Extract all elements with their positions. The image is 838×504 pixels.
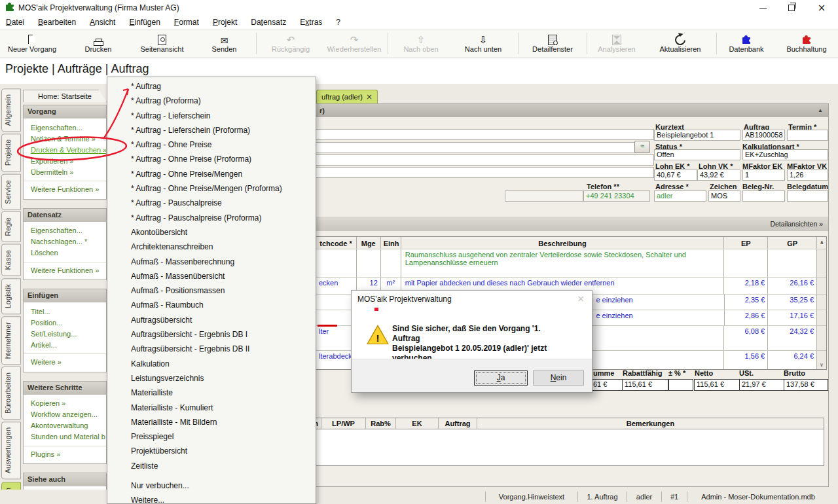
kurztext-field[interactable]: Beispielangebot 1 (654, 130, 740, 141)
context-menu-item[interactable]: Aufmaß - Raumbuch (107, 298, 316, 312)
context-menu-item[interactable]: Architektenanschreiben (107, 240, 316, 254)
status-hinweistext[interactable]: Vorgang.Hinweistext (485, 492, 577, 502)
ja-button[interactable]: Ja (474, 370, 528, 386)
menu-bearbeiten[interactable]: Bearbeiten (32, 18, 84, 27)
sidebar-item-weitere-funktionen[interactable]: Weitere Funktionen » (24, 181, 106, 195)
lohn-ek-field[interactable]: 40,67 € (654, 170, 697, 181)
sidebar-item-exportieren[interactable]: Exportieren » (24, 155, 106, 166)
table-row[interactable]: Raumanschluss ausgehend von zentraler Ve… (296, 249, 826, 278)
sidebar-item-uebermitteln[interactable]: Übermitteln » (24, 166, 106, 177)
sidebar-item-workflow[interactable]: Workflow anzeigen... (24, 409, 106, 420)
detailfenster-button[interactable]: Detailfenster (521, 31, 584, 56)
tab-close-icon[interactable]: × (366, 92, 373, 101)
col-gp[interactable]: GP (768, 237, 817, 249)
nach-unten-button[interactable]: ⇩ Nach unten (452, 31, 515, 56)
document-tab[interactable]: uftrag (adler) × (316, 90, 378, 103)
termin-field[interactable] (787, 130, 828, 141)
context-menu-item[interactable]: Leistungsverzeichnis (107, 371, 316, 386)
sidebar-item-akontoverwaltung[interactable]: Akontoverwaltung (24, 420, 106, 431)
context-menu-item[interactable]: * Auftrag - Pauschalpreise (107, 196, 316, 210)
sidebar-item-kopieren[interactable]: Kopieren » (24, 398, 106, 409)
lohn-vk-field[interactable]: 43,92 € (697, 170, 740, 181)
workspace-tab[interactable]: Projekte (1, 134, 21, 171)
context-menu-item[interactable]: Auftragsübersicht - Ergebnis DB II (107, 342, 316, 356)
col-ep[interactable]: EP (724, 237, 768, 249)
buchhaltung-button[interactable]: Buchhaltung (776, 31, 837, 56)
workspace-tab[interactable]: Kasse (1, 244, 21, 276)
mfaktor-vk-field[interactable]: 1,26 (787, 170, 828, 181)
datenbank-button[interactable]: Datenbank (720, 31, 773, 56)
sidebar-item-drucken-verbuchen[interactable]: Drucken & Verbuchen » (24, 144, 106, 155)
context-menu-item[interactable]: Aufmaß - Massenberechnung (107, 255, 316, 269)
sidebar-item-set-leistung[interactable]: Set/Leistung... (24, 328, 106, 339)
sidebar-item-artikel[interactable]: Artikel... (24, 339, 106, 350)
menu-hilfe[interactable]: ? (330, 18, 348, 27)
context-menu-item[interactable]: * Auftrag - Ohne Preise/Mengen (Proforma… (107, 181, 316, 196)
telefon-field[interactable]: +49 241 23304 (583, 190, 650, 202)
context-menu-item[interactable]: * Auftrag - Lieferschein (Proforma) (107, 123, 316, 137)
dialog-close-icon[interactable]: × (577, 293, 585, 304)
restore-button[interactable] (780, 0, 803, 16)
workspace-tab[interactable]: hternehmer (1, 316, 21, 365)
context-menu-item[interactable]: Aufmaß - Positionsmassen (107, 283, 316, 298)
col-einh[interactable]: Einh (381, 237, 401, 249)
context-menu-item[interactable]: * Auftrag (107, 79, 316, 94)
col-mge[interactable]: Mge (357, 237, 381, 249)
menu-einfuegen[interactable]: Einfügen (123, 18, 168, 27)
sidebar-item-loeschen[interactable]: Löschen (24, 247, 106, 259)
workspace-tab[interactable]: Allgemein (1, 88, 21, 132)
context-menu-item[interactable]: Projektübersicht (107, 444, 316, 458)
input-row-2[interactable] (295, 142, 638, 153)
minimize-button[interactable] (752, 0, 774, 16)
col-bemerkungen[interactable]: Bemerkungen (477, 418, 824, 429)
kalkulationsart-field[interactable]: EK+Zuschlag (742, 149, 828, 160)
input-row-1[interactable] (295, 129, 654, 140)
mfaktor-ek-field[interactable]: 1 (742, 170, 785, 181)
context-menu-item[interactable]: * Auftrag (Proforma) (107, 94, 316, 108)
context-menu-item[interactable]: Materialliste (107, 386, 316, 400)
beleg-nr-field[interactable] (742, 190, 785, 202)
sidebar-item-plugins[interactable]: Plugins » (24, 446, 106, 460)
status-field[interactable]: Offen (654, 149, 740, 160)
sidebar-item-position[interactable]: Position... (24, 317, 106, 328)
sidebar-item-weitere[interactable]: Weitere » (24, 353, 106, 368)
workspace-tab[interactable]: Logistik (1, 278, 21, 314)
col-ek[interactable]: EK (396, 418, 439, 429)
close-button[interactable]: × (811, 0, 833, 16)
drucken-button[interactable]: Drucken (69, 31, 128, 56)
context-menu-item[interactable]: Materialliste - Kumuliert (107, 401, 316, 415)
context-menu-item[interactable]: * Auftrag - Pauschalpreise (Proforma) (107, 211, 316, 225)
context-menu-item[interactable]: Kalkulation (107, 357, 316, 371)
zeichen-field[interactable]: MOS (708, 190, 740, 202)
pct-value[interactable] (668, 379, 693, 391)
sidebar-item-titel[interactable]: Titel... (24, 306, 106, 317)
menu-ansicht[interactable]: Ansicht (84, 18, 123, 27)
home-tab[interactable]: Home: Startseite (23, 90, 107, 102)
sidebar-item-eigenschaften[interactable]: Eigenschaften... (24, 122, 106, 133)
menu-projekt[interactable]: Projekt (207, 18, 245, 27)
scrollbar-up[interactable]: ∧ (817, 237, 826, 249)
menu-extras[interactable]: Extras (294, 18, 330, 27)
input-row-3[interactable] (295, 154, 654, 166)
context-menu-item[interactable]: Materialliste - Mit Bildern (107, 415, 316, 429)
context-menu-item[interactable]: Weitere... (107, 493, 316, 504)
context-menu-item[interactable]: Akontoübersicht (107, 225, 316, 240)
menu-datensatz[interactable]: Datensatz (245, 18, 294, 27)
col-lpwp[interactable]: LP/WP (321, 418, 366, 429)
adresse-field[interactable]: adler (654, 190, 706, 202)
workspace-tab[interactable]: Büroarbeiten (1, 367, 21, 420)
col-beschreibung[interactable]: Beschreibung (401, 237, 725, 249)
context-menu-item[interactable]: * Auftrag - Ohne Preise/Mengen (107, 167, 316, 181)
sidebar-item-notizen-termine[interactable]: Notizen & Termine » (24, 133, 106, 144)
col-auftrag[interactable]: Auftrag (439, 418, 477, 429)
workspace-tab[interactable]: Service (1, 174, 21, 210)
menu-format[interactable]: Format (168, 18, 207, 27)
collapse-icon[interactable]: ▲ (818, 107, 823, 113)
workspace-tab[interactable]: Regie (1, 211, 21, 242)
input-row-4[interactable] (295, 167, 654, 178)
sidebar-item-nachschlagen[interactable]: Nachschlagen... * (24, 236, 106, 247)
sidebar-item-stunden-material[interactable]: Stunden und Material b (24, 431, 106, 442)
context-menu-item[interactable]: Auftragsübersicht (107, 313, 316, 327)
neuer-vorgang-button[interactable]: Neuer Vorgang (2, 31, 62, 56)
context-menu-item[interactable]: Aufmaß - Massenübersicht (107, 269, 316, 283)
